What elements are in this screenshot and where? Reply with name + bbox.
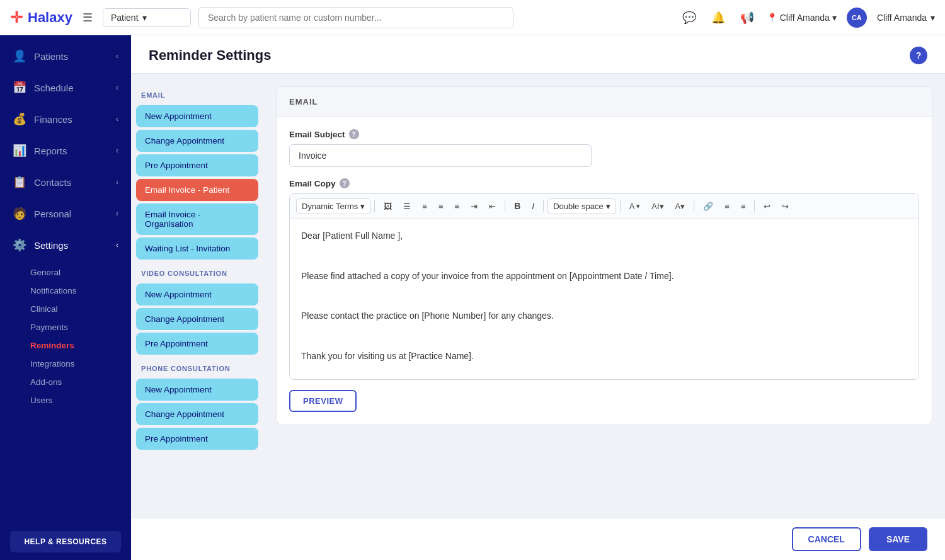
bold-btn[interactable]: B bbox=[509, 198, 525, 214]
sidebar-sub-integrations[interactable]: Integrations bbox=[0, 355, 131, 373]
subject-info-icon[interactable]: ? bbox=[349, 129, 359, 139]
page-title: Reminder Settings bbox=[149, 47, 271, 64]
sidebar-item-finances[interactable]: 💰 Finances ‹ bbox=[0, 103, 131, 135]
sidebar-sub-general[interactable]: General bbox=[0, 263, 131, 282]
help-icon-button[interactable]: ? bbox=[910, 47, 927, 64]
justify-btn[interactable]: ≡ bbox=[450, 198, 465, 214]
pre-appointment-phone-btn[interactable]: Pre Appointment bbox=[136, 428, 258, 450]
chevron-icon: ‹ bbox=[116, 209, 118, 218]
chevron-icon: ‹ bbox=[116, 178, 118, 186]
indent-btn[interactable]: ⇥ bbox=[466, 198, 483, 214]
user-avatar: CA bbox=[847, 8, 867, 28]
location-label: Cliff Amanda bbox=[780, 13, 830, 23]
sidebar-item-label: Schedule bbox=[34, 83, 74, 93]
cancel-button[interactable]: CANCEL bbox=[792, 527, 861, 551]
dynamic-terms-dropdown[interactable]: Dynamic Terms ▾ bbox=[296, 198, 370, 214]
email-invoice-org-btn[interactable]: Email Invoice - Organisation bbox=[136, 203, 258, 235]
email-editor-header: EMAIL bbox=[277, 87, 932, 117]
rte-container: Dynamic Terms ▾ 🖼 ☰ ≡ ≡ ≡ ⇥ ⇤ bbox=[289, 193, 919, 380]
logo[interactable]: ✛ Halaxy bbox=[10, 9, 72, 26]
sidebar-item-label: Settings bbox=[34, 240, 68, 251]
user-menu-button[interactable]: Cliff Amanda ▾ bbox=[877, 13, 935, 23]
settings-submenu: General Notifications Clinical Payments … bbox=[0, 261, 131, 414]
toolbar-divider-6 bbox=[754, 200, 755, 212]
sidebar-item-reports[interactable]: 📊 Reports ‹ bbox=[0, 135, 131, 166]
sidebar-nav: 👤 Patients ‹ 📅 Schedule ‹ 💰 Finances ‹ 📊… bbox=[0, 35, 131, 523]
sidebar-item-schedule[interactable]: 📅 Schedule ‹ bbox=[0, 72, 131, 103]
sidebar-sub-payments[interactable]: Payments bbox=[0, 318, 131, 336]
hamburger-button[interactable]: ☰ bbox=[80, 8, 95, 27]
sidebar-sub-reminders[interactable]: Reminders bbox=[0, 336, 131, 355]
chevron-down-icon: ▾ bbox=[832, 13, 837, 23]
hamburger-icon: ☰ bbox=[83, 11, 93, 24]
patient-selector-label: Patient bbox=[111, 13, 139, 23]
bottom-bar: CANCEL SAVE bbox=[131, 518, 945, 560]
email-invoice-patient-btn[interactable]: Email Invoice - Patient bbox=[136, 179, 258, 201]
change-appointment-email-btn[interactable]: Change Appointment bbox=[136, 130, 258, 152]
bullet-list-btn[interactable]: ≡ bbox=[719, 198, 735, 214]
copy-info-icon[interactable]: ? bbox=[340, 178, 350, 188]
align-center-btn[interactable]: ≡ bbox=[417, 198, 432, 214]
align-right-btn[interactable]: ≡ bbox=[433, 198, 449, 214]
change-appointment-video-btn[interactable]: Change Appointment bbox=[136, 308, 258, 330]
sidebar-item-settings[interactable]: ⚙️ Settings ‹ bbox=[0, 229, 131, 261]
bell-icon[interactable]: 🔔 bbox=[709, 8, 728, 27]
undo-btn[interactable]: ↩ bbox=[759, 198, 776, 214]
topbar-icons: 💬 🔔 📢 📍 Cliff Amanda ▾ CA Cliff Amanda ▾ bbox=[680, 8, 935, 28]
help-resources-button[interactable]: HELP & RESOURCES bbox=[10, 531, 121, 552]
sidebar-sub-users[interactable]: Users bbox=[0, 391, 131, 409]
waiting-list-invitation-btn[interactable]: Waiting List - Invitation bbox=[136, 237, 258, 260]
megaphone-icon[interactable]: 📢 bbox=[738, 8, 757, 27]
sidebar-item-label: Contacts bbox=[34, 177, 71, 188]
email-editor-body: Email Subject ? Email Copy ? Dynamic Ter… bbox=[277, 117, 932, 425]
sidebar-sub-clinical[interactable]: Clinical bbox=[0, 300, 131, 318]
new-appointment-email-btn[interactable]: New Appointment bbox=[136, 105, 258, 127]
new-appointment-video-btn[interactable]: New Appointment bbox=[136, 283, 258, 306]
outdent-btn[interactable]: ⇤ bbox=[484, 198, 501, 214]
italic-btn[interactable]: I bbox=[527, 198, 539, 214]
toolbar-divider-5 bbox=[694, 200, 694, 212]
logo-text: Halaxy bbox=[28, 9, 72, 26]
rte-content[interactable]: Dear [Patient Full Name ], Please find a… bbox=[290, 219, 919, 379]
video-section-label: VIDEO CONSULTATION bbox=[131, 262, 263, 281]
font-color-btn[interactable]: A▾ bbox=[670, 198, 690, 214]
font-size-2-btn[interactable]: AI▾ bbox=[646, 198, 668, 214]
align-left-btn[interactable]: ☰ bbox=[398, 198, 416, 214]
toolbar-divider-2 bbox=[505, 200, 505, 212]
chevron-icon: ‹ bbox=[116, 241, 118, 249]
search-input[interactable] bbox=[198, 7, 513, 28]
spacing-dropdown[interactable]: Double space ▾ bbox=[547, 198, 616, 214]
font-size-btn[interactable]: A▾ bbox=[624, 198, 646, 214]
preview-button[interactable]: PREVIEW bbox=[289, 390, 357, 412]
toolbar-divider-3 bbox=[543, 200, 544, 212]
numbered-list-btn[interactable]: ≡ bbox=[736, 198, 751, 214]
chevron-down-icon: ▾ bbox=[142, 13, 147, 23]
pre-appointment-video-btn[interactable]: Pre Appointment bbox=[136, 333, 258, 355]
change-appointment-phone-btn[interactable]: Change Appointment bbox=[136, 403, 258, 425]
sidebar-item-patients[interactable]: 👤 Patients ‹ bbox=[0, 40, 131, 72]
email-editor-section: EMAIL Email Subject ? Email Copy ? bbox=[276, 86, 932, 425]
sidebar-item-personal[interactable]: 🧑 Personal ‹ bbox=[0, 198, 131, 229]
sidebar-sub-notifications[interactable]: Notifications bbox=[0, 282, 131, 300]
topbar: ✛ Halaxy ☰ Patient ▾ 💬 🔔 📢 📍 Cliff Amand… bbox=[0, 0, 945, 35]
sidebar-sub-addons[interactable]: Add-ons bbox=[0, 373, 131, 391]
toolbar-divider bbox=[374, 200, 375, 212]
toolbar-divider-4 bbox=[620, 200, 621, 212]
email-section-label: EMAIL bbox=[131, 84, 263, 103]
redo-btn[interactable]: ↪ bbox=[777, 198, 794, 214]
page-header: Reminder Settings ? bbox=[131, 35, 945, 74]
personal-icon: 🧑 bbox=[13, 207, 26, 220]
patient-selector[interactable]: Patient ▾ bbox=[103, 8, 191, 27]
insert-image-btn[interactable]: 🖼 bbox=[379, 198, 397, 214]
pre-appointment-email-btn[interactable]: Pre Appointment bbox=[136, 154, 258, 176]
sidebar-item-contacts[interactable]: 📋 Contacts ‹ bbox=[0, 166, 131, 198]
location-button[interactable]: 📍 Cliff Amanda ▾ bbox=[767, 13, 837, 23]
subject-field-label: Email Subject ? bbox=[289, 129, 919, 139]
subject-input[interactable] bbox=[289, 144, 592, 167]
save-button[interactable]: SAVE bbox=[869, 527, 927, 551]
link-btn[interactable]: 🔗 bbox=[698, 198, 718, 214]
chat-icon[interactable]: 💬 bbox=[680, 8, 699, 27]
copy-field-label: Email Copy ? bbox=[289, 178, 919, 188]
new-appointment-phone-btn[interactable]: New Appointment bbox=[136, 379, 258, 401]
chevron-icon: ‹ bbox=[116, 115, 118, 123]
